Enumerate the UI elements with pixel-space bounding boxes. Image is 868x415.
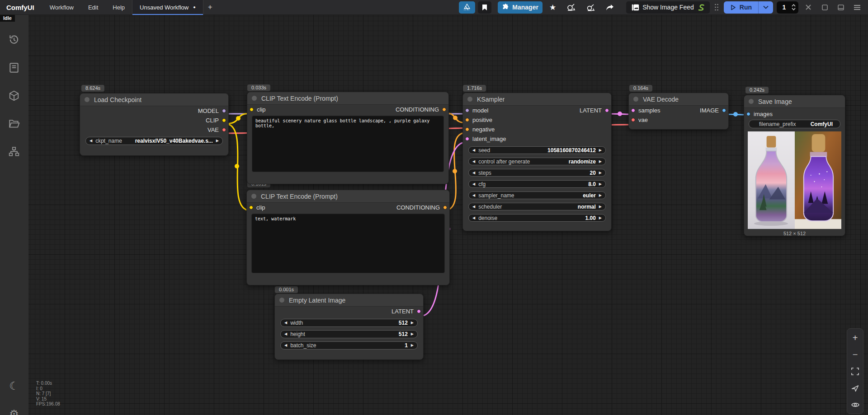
node-load-checkpoint[interactable]: Load Checkpoint MODEL CLIP VAE ◀ ckpt_na…: [80, 93, 229, 156]
input-slot-positive[interactable]: positive: [465, 117, 492, 123]
next-arrow-icon[interactable]: ▶: [411, 344, 414, 347]
zoom-in-button[interactable]: +: [850, 333, 860, 343]
slot-dot-latent[interactable]: [605, 108, 609, 112]
collapse-dot[interactable]: [85, 97, 90, 102]
output-slot-conditioning[interactable]: CONDITIONING: [396, 106, 446, 113]
widget-control-after-generate[interactable]: ◀ control after generate randomize ▶: [468, 158, 606, 165]
widget-seed[interactable]: ◀ seed 1058160870246412 ▶: [468, 146, 606, 154]
widget-batch-size[interactable]: ◀ batch_size 1 ▶: [280, 341, 418, 350]
node-header[interactable]: Save Image: [744, 95, 845, 108]
output-slot-model[interactable]: MODEL: [198, 107, 226, 114]
next-arrow-icon[interactable]: ▶: [599, 194, 602, 197]
node-header[interactable]: Load Checkpoint: [80, 93, 228, 106]
input-slot-vae[interactable]: vae: [631, 117, 648, 123]
next-arrow-icon[interactable]: ▶: [599, 149, 602, 152]
generated-image-2[interactable]: [795, 131, 841, 229]
prompt-textarea[interactable]: beautiful scenery nature glass bottle la…: [252, 116, 444, 172]
node-header[interactable]: CLIP Text Encode (Prompt): [247, 190, 449, 203]
menu-help[interactable]: Help: [105, 0, 132, 15]
output-slot-latent[interactable]: LATENT: [392, 308, 421, 315]
star-button[interactable]: ★: [545, 1, 560, 14]
next-arrow-icon[interactable]: ▶: [411, 332, 414, 336]
prev-arrow-icon[interactable]: ◀: [472, 216, 475, 220]
menu-edit[interactable]: Edit: [81, 0, 105, 15]
node-header[interactable]: CLIP Text Encode (Prompt): [247, 92, 448, 105]
theme-toggle-button[interactable]: ☾: [5, 377, 23, 395]
settings-button[interactable]: ⚙: [5, 405, 23, 415]
next-arrow-icon[interactable]: ▶: [411, 321, 414, 325]
input-slot-clip[interactable]: clip: [249, 204, 265, 211]
input-slot-model[interactable]: model: [465, 107, 488, 114]
slot-dot-model[interactable]: [465, 108, 469, 112]
next-arrow-icon[interactable]: ▶: [599, 182, 602, 186]
slot-dot-image[interactable]: [746, 112, 750, 116]
next-arrow-icon[interactable]: ▶: [599, 205, 602, 209]
fit-view-button[interactable]: [850, 366, 860, 376]
overflow-menu-button[interactable]: [849, 1, 865, 14]
slot-dot-latent[interactable]: [417, 309, 421, 313]
show-image-feed-button[interactable]: Show Image Feed: [626, 1, 710, 14]
widget-ckpt-name[interactable]: ◀ ckpt_name realvisxlV50_v40Bakedvae.s..…: [85, 137, 223, 145]
next-arrow-icon[interactable]: ▶: [216, 139, 219, 143]
prev-arrow-icon[interactable]: ◀: [284, 344, 287, 347]
slot-dot-clip[interactable]: [250, 107, 254, 112]
widget-denoise[interactable]: ◀ denoise 1.00 ▶: [468, 214, 606, 222]
widget-cfg[interactable]: ◀ cfg 8.0 ▶: [468, 180, 606, 188]
prev-arrow-icon[interactable]: ◀: [472, 182, 475, 186]
dock-panel-button[interactable]: [833, 1, 849, 14]
prev-arrow-icon[interactable]: ◀: [472, 171, 475, 175]
node-ksampler[interactable]: KSampler model LATENT positive negative …: [462, 93, 612, 231]
drag-handle[interactable]: [712, 1, 721, 14]
batch-count-stepper[interactable]: 1: [777, 1, 798, 14]
widget-width[interactable]: ◀ width 512 ▶: [280, 319, 418, 327]
output-slot-image[interactable]: IMAGE: [700, 107, 726, 114]
collapse-dot[interactable]: [279, 298, 284, 303]
manager-button[interactable]: Manager: [498, 1, 542, 14]
output-slot-clip[interactable]: CLIP: [206, 117, 226, 124]
collapse-dot[interactable]: [251, 194, 256, 199]
prev-arrow-icon[interactable]: ◀: [472, 160, 475, 163]
input-slot-samples[interactable]: samples: [631, 107, 660, 114]
slot-dot-vae[interactable]: [631, 118, 635, 122]
slot-dot-clip[interactable]: [222, 118, 226, 122]
slot-dot-conditioning[interactable]: [443, 205, 447, 210]
collapse-dot[interactable]: [252, 96, 257, 101]
widget-sampler-name[interactable]: ◀ sampler_name euler ▶: [468, 191, 606, 199]
sidebar-item-node-library[interactable]: [5, 59, 23, 77]
slot-dot-conditioning[interactable]: [442, 107, 446, 112]
slot-dot-clip[interactable]: [249, 205, 253, 210]
run-options-chevron[interactable]: [758, 1, 773, 14]
prev-arrow-icon[interactable]: ◀: [472, 194, 475, 197]
node-header[interactable]: VAE Decode: [629, 93, 728, 106]
sidebar-item-workflows[interactable]: [5, 115, 23, 133]
slot-dot-vae[interactable]: [222, 128, 226, 132]
widget-scheduler[interactable]: ◀ scheduler normal ▶: [468, 203, 606, 210]
prev-arrow-icon[interactable]: ◀: [472, 205, 475, 209]
node-vae-decode[interactable]: VAE Decode samples IMAGE vae: [628, 93, 729, 130]
interrupt-button[interactable]: [800, 1, 816, 14]
node-header[interactable]: Empty Latent Image: [275, 294, 423, 307]
toggle-link-visibility-button[interactable]: [850, 400, 860, 410]
input-slot-images[interactable]: images: [746, 111, 773, 117]
widget-height[interactable]: ◀ height 512 ▶: [280, 330, 418, 338]
widget-steps[interactable]: ◀ steps 20 ▶: [468, 169, 606, 177]
input-slot-latent-image[interactable]: latent_image: [465, 135, 506, 142]
output-slot-conditioning[interactable]: CONDITIONING: [396, 204, 447, 211]
collapse-dot[interactable]: [633, 97, 638, 102]
collapse-dot[interactable]: [467, 97, 472, 102]
generated-image-1[interactable]: [748, 131, 795, 229]
prev-arrow-icon[interactable]: ◀: [90, 139, 92, 143]
slot-dot-conditioning[interactable]: [465, 118, 469, 122]
run-button[interactable]: Run: [724, 1, 758, 14]
prompt-textarea[interactable]: text, watermark: [251, 214, 445, 273]
widget-filename-prefix[interactable]: filename_prefix ComfyUI: [749, 120, 840, 128]
next-arrow-icon[interactable]: ▶: [599, 171, 602, 175]
node-clip-text-encode-negative[interactable]: CLIP Text Encode (Prompt) clip CONDITION…: [246, 190, 450, 285]
node-empty-latent-image[interactable]: Empty Latent Image LATENT ◀ width 512 ▶ …: [274, 294, 424, 360]
plugin-button-a[interactable]: [563, 1, 580, 14]
select-mode-button[interactable]: [850, 383, 860, 393]
menu-workflow[interactable]: Workflow: [42, 0, 81, 15]
prev-arrow-icon[interactable]: ◀: [472, 149, 475, 152]
workflow-tab[interactable]: Unsaved Workflow ●: [132, 0, 203, 15]
slot-dot-latent[interactable]: [631, 108, 635, 112]
